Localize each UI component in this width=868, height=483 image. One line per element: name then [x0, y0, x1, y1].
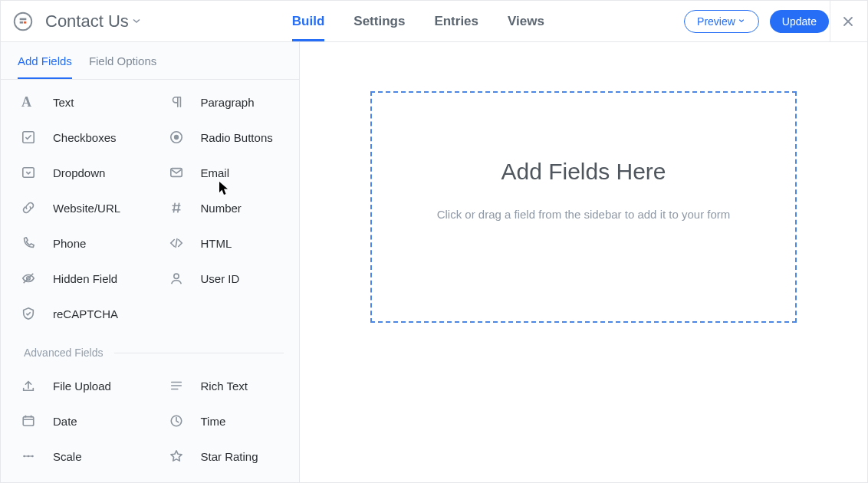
field-label: User ID: [201, 272, 240, 285]
sidebar-tabs: Add Fields Field Options: [1, 42, 299, 79]
field-label: reCAPTCHA: [53, 307, 118, 320]
update-button-label: Update: [782, 15, 817, 28]
close-button[interactable]: [840, 13, 856, 30]
field-date[interactable]: Date: [2, 403, 150, 439]
scale-icon: [18, 445, 39, 467]
field-hidden[interactable]: Hidden Field: [2, 261, 150, 296]
svg-text:A: A: [21, 94, 31, 110]
svg-point-11: [173, 274, 178, 278]
calendar-icon: [18, 410, 39, 432]
side-tab-add-fields[interactable]: Add Fields: [18, 42, 72, 79]
text-icon: A: [18, 91, 39, 113]
field-label: Email: [201, 166, 230, 179]
body: Add Fields Field Options A Text Paragrap…: [1, 42, 867, 482]
paragraph-icon: [166, 91, 187, 113]
shield-check-icon: [18, 303, 39, 324]
field-label: Number: [201, 202, 242, 215]
field-paragraph[interactable]: Paragraph: [150, 84, 298, 120]
field-text[interactable]: A Text: [2, 84, 150, 120]
rich-text-icon: [166, 375, 187, 396]
form-title: Contact Us: [45, 12, 129, 31]
field-label: Date: [53, 415, 77, 428]
field-label: Radio Buttons: [201, 131, 273, 144]
field-number[interactable]: Number: [150, 190, 298, 225]
svg-rect-3: [24, 21, 26, 24]
basic-fields-grid: A Text Paragraph Checkboxes: [1, 80, 299, 336]
field-label: File Upload: [53, 380, 111, 393]
field-label: Time: [201, 415, 226, 428]
field-phone[interactable]: Phone: [2, 225, 150, 261]
svg-rect-8: [23, 168, 34, 178]
nav-tabs: Build Settings Entries Views: [292, 1, 544, 41]
field-label: Website/URL: [53, 202, 120, 215]
dropzone-subtitle: Click or drag a field from the sidebar t…: [437, 208, 731, 221]
field-label: Star Rating: [201, 450, 258, 463]
topbar-divider: [830, 1, 830, 42]
svg-point-7: [173, 135, 178, 140]
phone-icon: [18, 232, 39, 254]
topbar-actions: Preview Update: [684, 10, 856, 33]
field-time[interactable]: Time: [150, 403, 298, 439]
field-user-id[interactable]: User ID: [150, 261, 298, 296]
field-label: Phone: [53, 237, 86, 250]
field-label: Hidden Field: [53, 272, 117, 285]
field-scale[interactable]: Scale: [2, 439, 150, 474]
chevron-down-icon: [738, 18, 746, 25]
dropzone-title: Add Fields Here: [501, 159, 666, 185]
section-header-label: Advanced Fields: [24, 347, 104, 359]
field-radio-buttons[interactable]: Radio Buttons: [150, 120, 298, 155]
field-file-upload[interactable]: File Upload: [2, 368, 150, 403]
field-rich-text[interactable]: Rich Text: [150, 368, 298, 403]
field-email[interactable]: Email: [150, 155, 298, 190]
app-logo-icon: [12, 10, 35, 33]
divider: [114, 353, 284, 353]
radio-icon: [166, 127, 187, 148]
field-label: Dropdown: [53, 166, 105, 179]
field-recaptcha[interactable]: reCAPTCHA: [2, 296, 150, 331]
field-dropdown[interactable]: Dropdown: [2, 155, 150, 190]
tab-settings[interactable]: Settings: [353, 1, 405, 41]
form-canvas: Add Fields Here Click or drag a field fr…: [300, 42, 867, 482]
svg-rect-1: [20, 18, 27, 20]
advanced-fields-header: Advanced Fields: [1, 342, 299, 363]
tab-views[interactable]: Views: [508, 1, 544, 41]
form-title-dropdown[interactable]: Contact Us: [45, 12, 143, 31]
field-checkboxes[interactable]: Checkboxes: [2, 120, 150, 155]
field-sidebar: Add Fields Field Options A Text Paragrap…: [1, 42, 300, 482]
side-tab-field-options[interactable]: Field Options: [89, 42, 156, 79]
upload-icon: [18, 375, 39, 396]
update-button[interactable]: Update: [770, 10, 829, 33]
field-star-rating[interactable]: Star Rating: [150, 439, 298, 474]
preview-button[interactable]: Preview: [684, 10, 759, 33]
chevron-down-icon: [132, 16, 143, 27]
preview-button-label: Preview: [697, 15, 735, 28]
clock-icon: [166, 410, 187, 432]
tab-build[interactable]: Build: [292, 1, 325, 41]
field-label: Checkboxes: [53, 131, 117, 144]
advanced-fields-grid: File Upload Rich Text Date Time: [1, 363, 299, 478]
email-icon: [166, 162, 187, 183]
user-icon: [166, 268, 187, 289]
field-label: HTML: [201, 237, 232, 250]
code-icon: [166, 232, 187, 254]
eye-off-icon: [18, 268, 39, 289]
field-label: Paragraph: [201, 96, 255, 109]
number-icon: [166, 197, 187, 219]
field-label: Text: [53, 96, 74, 109]
star-icon: [166, 445, 187, 467]
checkbox-icon: [18, 127, 39, 148]
svg-rect-12: [23, 417, 34, 426]
link-icon: [18, 197, 39, 219]
field-html[interactable]: HTML: [150, 225, 298, 261]
field-website-url[interactable]: Website/URL: [2, 190, 150, 225]
svg-rect-2: [20, 21, 23, 24]
tab-entries[interactable]: Entries: [434, 1, 478, 41]
dropzone[interactable]: Add Fields Here Click or drag a field fr…: [370, 91, 797, 323]
field-label: Scale: [53, 450, 82, 463]
field-label: Rich Text: [201, 380, 248, 393]
dropdown-icon: [18, 162, 39, 183]
topbar: Contact Us Build Settings Entries Views …: [1, 1, 867, 42]
